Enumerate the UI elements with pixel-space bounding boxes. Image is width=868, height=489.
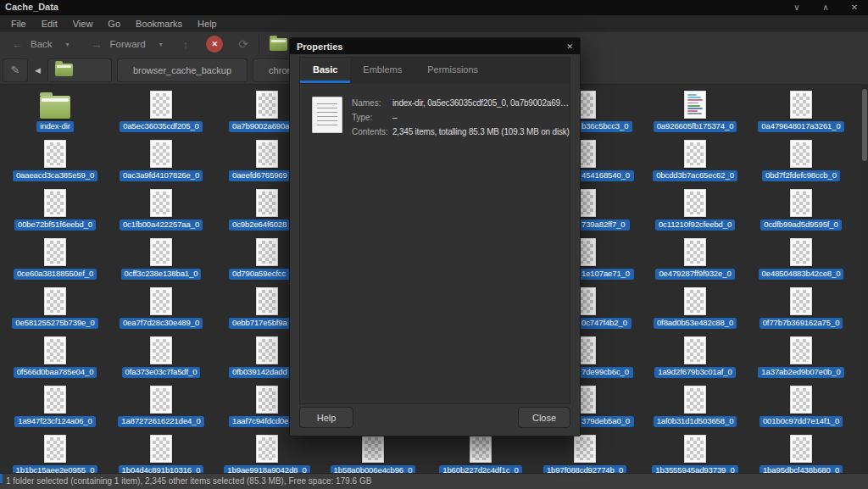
file-item[interactable]: 0ea7f7d28c30e489_0 [108, 281, 214, 329]
file-name: 0fa373e03c7fa5df_0 [122, 367, 201, 378]
file-item[interactable]: 1ba95dbcf438b680_0 [748, 429, 854, 476]
stop-button[interactable]: ✕ [206, 36, 223, 53]
file-icon [256, 386, 278, 414]
back-icon[interactable]: ← [12, 39, 23, 50]
file-item[interactable]: 0f77b7b369162a75_0 [748, 281, 854, 329]
vertical-scrollbar[interactable] [861, 84, 868, 473]
file-item[interactable]: 0e581255275b739e_0 [3, 281, 108, 329]
file-icon [790, 91, 812, 119]
titlebar: Cache_Data ∨ ∧ ✕ [0, 0, 868, 15]
back-button[interactable]: Back [31, 39, 53, 49]
file-icon [44, 287, 66, 315]
tab-emblems[interactable]: Emblems [350, 58, 415, 83]
file-item[interactable]: 0ac3a9fd4107826e_0 [108, 134, 214, 181]
file-item[interactable]: 0bd7f2fdefc98ccb_0 [748, 134, 854, 181]
forward-history-caret-icon[interactable]: ▾ [159, 41, 163, 48]
properties-dialog: Properties ✕ BasicEmblemsPermissions Nam… [289, 37, 581, 436]
scrollbar-thumb[interactable] [862, 89, 867, 161]
minimize-icon[interactable]: ∨ [792, 1, 802, 14]
file-icon [790, 238, 812, 266]
file-icon [790, 336, 812, 364]
file-name: 454168540_0 [579, 170, 634, 181]
dialog-titlebar[interactable]: Properties ✕ [290, 38, 580, 54]
file-item[interactable]: 1af0b31d1d503658_0 [643, 380, 748, 427]
file-item[interactable]: 0a5ec36035cdf205_0 [108, 85, 214, 132]
dialog-close-icon[interactable]: ✕ [566, 42, 573, 51]
text-line [687, 94, 697, 96]
file-icon [790, 287, 812, 315]
file-item[interactable]: index-dir [3, 85, 108, 132]
file-icon [44, 140, 66, 168]
file-item[interactable]: 1a9d2f679b3c01af_0 [643, 331, 748, 378]
file-item[interactable]: 0bcdd3b7ac65ec62_0 [643, 134, 748, 181]
file-item[interactable]: 1b3555945ad93739_0 [643, 429, 748, 476]
file-item[interactable]: 0f8ad0b53e482c88_0 [643, 281, 748, 329]
file-item[interactable]: 0a479648017a3261_0 [748, 85, 854, 132]
file-item[interactable]: 1a947f23cf124a06_0 [3, 380, 108, 427]
tab-permissions[interactable]: Permissions [415, 58, 491, 83]
forward-icon[interactable]: → [92, 39, 103, 50]
file-name: 0f77b7b369162a75_0 [760, 318, 843, 329]
file-item[interactable]: 0c1fb00a422257aa_0 [108, 183, 214, 231]
file-item[interactable]: 0ce60a38188550ef_0 [3, 232, 108, 280]
text-file-icon [684, 91, 706, 119]
menu-item-edit[interactable]: Edit [34, 16, 65, 31]
menu-item-go[interactable]: Go [100, 16, 128, 31]
maximize-icon[interactable]: ∧ [821, 1, 831, 14]
menu-item-file[interactable]: File [3, 16, 34, 31]
menu-item-bookmarks[interactable]: Bookmarks [128, 16, 190, 31]
window-controls: ∨ ∧ ✕ [792, 1, 860, 14]
file-icon [790, 189, 812, 217]
file-item[interactable]: 0e48504883b42ce8_0 [748, 232, 854, 280]
file-name: 0cdfb99ad5d9595f_0 [760, 219, 841, 231]
home-folder-icon[interactable] [270, 38, 287, 51]
property-label: Type: [352, 110, 392, 125]
property-value: index-dir, 0a5ec36035cdf205_0, 0a7b9002a… [392, 96, 569, 110]
forward-button[interactable]: Forward [110, 39, 146, 49]
file-item[interactable]: 0fa373e03c7fa5df_0 [108, 331, 214, 378]
menu-item-help[interactable]: Help [190, 16, 225, 31]
file-name: 0e581255275b739e_0 [12, 318, 97, 329]
refresh-icon[interactable]: ⟳ [238, 39, 248, 50]
menu-item-view[interactable]: View [65, 16, 101, 31]
file-name: 379deb5a0_0 [579, 416, 634, 427]
file-item[interactable]: 1b1bc15aee2e0955_0 [3, 429, 108, 476]
file-icon [256, 140, 278, 168]
file-name: 0cff3c238e138ba1_0 [121, 269, 202, 280]
file-name: 1a947f23cf124a06_0 [14, 416, 95, 427]
file-name: 0aaeacd3ca385e59_0 [13, 170, 97, 181]
file-item[interactable]: 1a87272616221de4_0 [108, 380, 214, 427]
toolbar-separator [259, 35, 259, 53]
close-button[interactable]: Close [518, 407, 570, 428]
edit-location-button[interactable]: ✎ [3, 58, 28, 82]
file-icon [150, 435, 172, 463]
close-icon[interactable]: ✕ [849, 1, 860, 14]
file-icon [684, 435, 706, 463]
file-item[interactable]: 0cdfb99ad5d9595f_0 [748, 183, 854, 231]
file-name: 0e48504883b42ce8_0 [759, 269, 844, 280]
tab-basic[interactable]: Basic [300, 58, 350, 83]
file-item[interactable]: 1b04d4c891b10316_0 [108, 429, 214, 476]
help-button[interactable]: Help [299, 407, 353, 428]
file-icon [790, 435, 812, 463]
file-item[interactable]: 0e479287ff9f932e_0 [643, 232, 748, 280]
path-root-button[interactable] [47, 58, 112, 82]
path-scroll-left-icon[interactable]: ◀ [35, 66, 41, 75]
file-icon [684, 287, 706, 315]
path-segment-browser_cache_backup[interactable]: browser_cache_backup [117, 58, 248, 82]
back-history-caret-icon[interactable]: ▾ [66, 41, 70, 48]
file-item[interactable]: 0a926605fb175374_0 [643, 85, 748, 132]
file-item[interactable]: 0cff3c238e138ba1_0 [108, 232, 214, 280]
file-item[interactable]: 1a37ab2ed9b07e0b_0 [748, 331, 854, 378]
file-name: 1a87272616221de4_0 [118, 416, 203, 427]
file-item[interactable]: 0aaeacd3ca385e59_0 [3, 134, 108, 181]
file-item[interactable]: 00be72bf51f6eebd_0 [3, 183, 108, 231]
file-icon [150, 336, 172, 364]
up-icon[interactable]: ↑ [183, 39, 189, 50]
file-item[interactable]: 0c11210f92cfeebd_0 [643, 183, 748, 231]
file-item[interactable]: 001b0c97dd7e14f1_0 [748, 380, 854, 427]
file-item[interactable]: 0f566d0baa785e04_0 [3, 331, 108, 378]
file-name: 0a479648017a3261_0 [758, 121, 843, 132]
statusbar: 1 folder selected (containing 1 item), 2… [0, 473, 868, 489]
file-icon [256, 238, 278, 266]
